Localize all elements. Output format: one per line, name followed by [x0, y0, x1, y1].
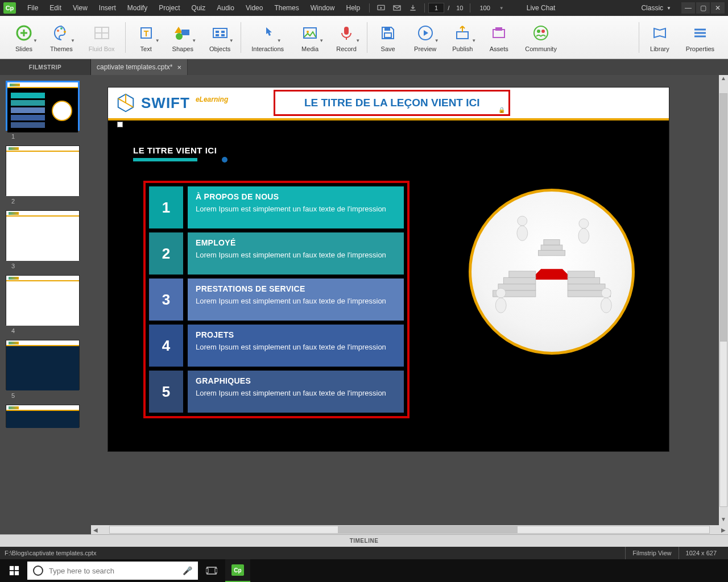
- slide-thumbnail-4[interactable]: [6, 275, 80, 325]
- vertical-scrollbar[interactable]: ▲▼: [719, 75, 728, 525]
- community-button[interactable]: Community: [525, 23, 557, 52]
- content-item[interactable]: 1À PROPOS DE NOUSLorem Ipsum est simplem…: [149, 186, 404, 228]
- label: Record: [336, 45, 356, 52]
- menu-themes[interactable]: Themes: [268, 4, 304, 12]
- themes-button[interactable]: ▼Themes: [50, 23, 73, 52]
- slide-thumbnail-1[interactable]: [6, 81, 80, 131]
- ribbon: ▼Slides ▼Themes Fluid Box T▼Text ▼Shapes…: [0, 16, 728, 59]
- minimize-button[interactable]: —: [681, 2, 695, 14]
- view-mode: Filmstrip View: [625, 547, 678, 559]
- publish-button[interactable]: ▼Publish: [452, 23, 473, 52]
- preview-button[interactable]: ▼Preview: [414, 23, 436, 52]
- tab-label: captivate templates.cptx*: [97, 63, 172, 71]
- workspace-switcher[interactable]: Classic▼: [636, 3, 676, 13]
- assets-button[interactable]: Assets: [489, 23, 509, 52]
- lesson-title-box[interactable]: LE TITRE DE LA LEÇON VIENT ICI 🔒: [274, 90, 510, 116]
- shapes-button[interactable]: ▼Shapes: [172, 23, 193, 52]
- item-description: Lorem Ipsum est simplement un faux texte…: [196, 297, 396, 306]
- svg-rect-15: [216, 31, 219, 33]
- menu-help[interactable]: Help: [340, 4, 366, 12]
- preview-slide-icon[interactable]: [377, 3, 386, 13]
- task-view-button[interactable]: [199, 559, 224, 582]
- item-number: 4: [149, 325, 183, 367]
- slide-thumbnail-2[interactable]: [6, 146, 80, 196]
- svg-point-47: [517, 226, 528, 240]
- menu-file[interactable]: File: [22, 4, 44, 12]
- svg-rect-38: [509, 271, 536, 277]
- label: Themes: [50, 45, 73, 52]
- item-number: 5: [149, 371, 183, 413]
- content-item[interactable]: 5GRAPHIQUESLorem Ipsum est simplement un…: [149, 371, 404, 413]
- close-button[interactable]: ✕: [711, 2, 725, 14]
- item-description: Lorem Ipsum est simplement un faux texte…: [196, 343, 396, 352]
- logo-text: SWIFT: [141, 94, 190, 112]
- item-body: PRESTATIONS DE SERVICELorem Ipsum est si…: [188, 278, 404, 321]
- logo-subtext: eLearning: [196, 95, 228, 103]
- svg-rect-22: [384, 27, 390, 31]
- media-button[interactable]: ▼Media: [300, 23, 320, 52]
- text-button[interactable]: T▼Text: [136, 23, 156, 52]
- filmstrip-panel[interactable]: 12345: [0, 75, 91, 534]
- menu-view[interactable]: View: [67, 4, 93, 12]
- canvas[interactable]: SWIFT eLearning LE TITRE DE LA LEÇON VIE…: [91, 75, 728, 534]
- menu-audio[interactable]: Audio: [211, 4, 240, 12]
- maximize-button[interactable]: ▢: [696, 2, 710, 14]
- item-title: PROJETS: [196, 330, 396, 339]
- interactions-button[interactable]: ▼Interactions: [251, 23, 284, 52]
- label: Media: [301, 45, 318, 52]
- mic-icon[interactable]: 🎤: [183, 566, 192, 575]
- close-tab-icon[interactable]: ×: [177, 63, 181, 72]
- menu-edit[interactable]: Edit: [44, 4, 67, 12]
- svg-point-5: [64, 31, 66, 33]
- record-button[interactable]: ▼Record: [336, 23, 357, 52]
- captivate-taskbar-icon[interactable]: Cp: [225, 559, 250, 582]
- save-button[interactable]: Save: [378, 23, 398, 52]
- slide-subtitle[interactable]: LE TITRE VIENT ICI: [133, 146, 217, 155]
- chevron-down-icon[interactable]: ▼: [499, 6, 504, 11]
- menu-insert[interactable]: Insert: [93, 4, 122, 12]
- slide-stage[interactable]: SWIFT eLearning LE TITRE DE LA LEÇON VIE…: [108, 88, 669, 451]
- separator: [470, 3, 470, 13]
- objects-button[interactable]: ▼Objects: [209, 23, 230, 52]
- menu-quiz[interactable]: Quiz: [186, 4, 212, 12]
- timeline-panel[interactable]: TIMELINE: [0, 534, 728, 547]
- slides-button[interactable]: ▼Slides: [14, 23, 34, 52]
- content-item[interactable]: 4PROJETSLorem Ipsum est simplement un fa…: [149, 325, 404, 367]
- circle-image[interactable]: [469, 189, 635, 355]
- items-selection-box[interactable]: 1À PROPOS DE NOUSLorem Ipsum est simplem…: [143, 181, 410, 418]
- svg-rect-14: [213, 28, 227, 38]
- page-total: 10: [456, 5, 463, 11]
- cortana-icon: [33, 566, 43, 576]
- live-chat-link[interactable]: Live Chat: [521, 4, 561, 12]
- svg-point-49: [578, 228, 589, 243]
- slide-thumbnail-6[interactable]: [6, 405, 80, 427]
- chevron-down-icon: ▼: [667, 6, 671, 11]
- svg-rect-55: [15, 566, 19, 570]
- page-current-input[interactable]: [428, 3, 444, 13]
- mail-icon[interactable]: [392, 3, 402, 13]
- label: Shapes: [172, 45, 193, 52]
- svg-point-48: [579, 219, 589, 228]
- properties-button[interactable]: Properties: [686, 23, 714, 52]
- zoom-level[interactable]: 100: [479, 5, 490, 11]
- library-button[interactable]: Library: [650, 23, 670, 52]
- label: Assets: [490, 45, 508, 52]
- menu-video[interactable]: Video: [240, 4, 268, 12]
- content-item[interactable]: 3PRESTATIONS DE SERVICELorem Ipsum est s…: [149, 278, 404, 321]
- menu-modify[interactable]: Modify: [122, 4, 153, 12]
- download-icon[interactable]: [408, 3, 417, 13]
- menu-project[interactable]: Project: [153, 4, 185, 12]
- slide-thumbnail-3[interactable]: [6, 210, 80, 260]
- search-input[interactable]: [49, 567, 177, 575]
- content-item[interactable]: 2EMPLOYÉLorem Ipsum est simplement un fa…: [149, 232, 404, 275]
- selection-handle[interactable]: [117, 122, 123, 127]
- svg-rect-44: [541, 245, 562, 250]
- horizontal-scrollbar[interactable]: ◀▶: [91, 525, 728, 534]
- svg-rect-42: [568, 271, 594, 277]
- slide-thumbnail-5[interactable]: [6, 340, 80, 390]
- start-button[interactable]: [2, 559, 26, 582]
- document-tab[interactable]: captivate templates.cptx* ×: [91, 59, 188, 75]
- label: Community: [525, 45, 557, 52]
- taskbar-search[interactable]: 🎤: [27, 562, 198, 580]
- menu-window[interactable]: Window: [305, 4, 341, 12]
